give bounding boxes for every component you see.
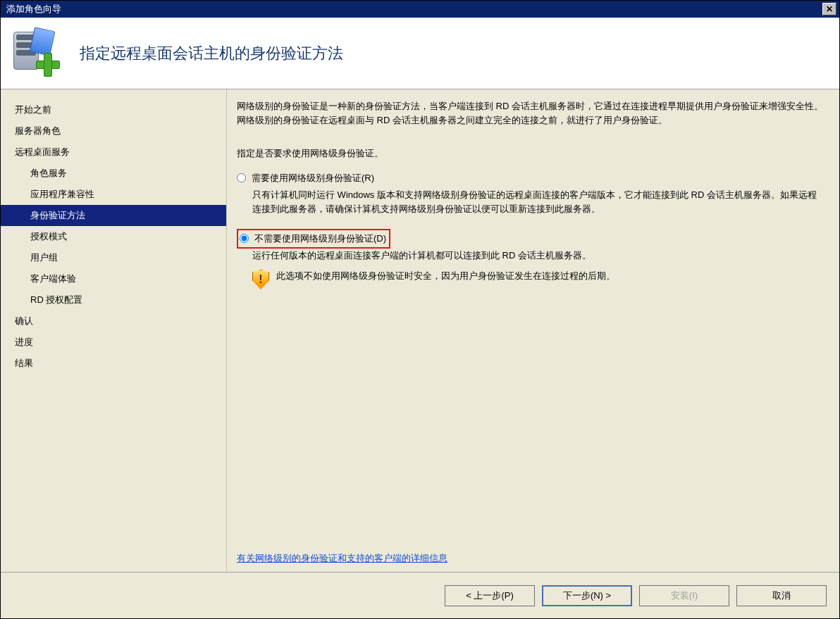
wizard-icon (13, 29, 63, 78)
nav-results[interactable]: 结果 (1, 353, 226, 374)
radio-require-nla[interactable] (237, 173, 246, 182)
radio-require-nla-row: 需要使用网络级别身份验证(R) (237, 171, 825, 185)
prompt-text: 指定是否要求使用网络级身份验证。 (237, 147, 825, 160)
body: 开始之前 服务器角色 远程桌面服务 角色服务 应用程序兼容性 身份验证方法 授权… (1, 89, 839, 572)
nav-auth-method[interactable]: 身份验证方法 (1, 205, 226, 226)
warning-text: 此选项不如使用网络级身份验证时安全，因为用户身份验证发生在连接过程的后期。 (276, 270, 615, 282)
install-button[interactable]: 安装(I) (639, 585, 729, 606)
cancel-button[interactable]: 取消 (736, 585, 827, 606)
sidebar: 开始之前 服务器角色 远程桌面服务 角色服务 应用程序兼容性 身份验证方法 授权… (1, 89, 226, 572)
nav-progress[interactable]: 进度 (1, 332, 226, 353)
header: 指定远程桌面会话主机的身份验证方法 (1, 18, 839, 89)
radio-require-nla-label: 需要使用网络级别身份验证(R) (252, 171, 374, 185)
description-text: 网络级别的身份验证是一种新的身份验证方法，当客户端连接到 RD 会话主机服务器时… (237, 99, 825, 127)
warning-row: ! 此选项不如使用网络级身份验证时安全，因为用户身份验证发生在连接过程的后期。 (252, 270, 825, 289)
shield-warning-icon: ! (252, 270, 269, 289)
page-title: 指定远程桌面会话主机的身份验证方法 (80, 43, 343, 64)
wizard-window: 添加角色向导 ✕ 指定远程桌面会话主机的身份验证方法 开始之前 服务器角色 远程… (0, 0, 840, 619)
close-button[interactable]: ✕ (822, 3, 836, 15)
nav-server-roles[interactable]: 服务器角色 (1, 120, 226, 142)
nav-licensing-mode[interactable]: 授权模式 (1, 226, 226, 247)
radio-no-nla[interactable] (240, 234, 249, 243)
nav-confirmation[interactable]: 确认 (1, 311, 226, 332)
next-button[interactable]: 下一步(N) > (542, 585, 632, 606)
more-info-link[interactable]: 有关网络级别的身份验证和支持的客户端的详细信息 (237, 552, 825, 565)
nav-app-compatibility[interactable]: 应用程序兼容性 (1, 184, 226, 205)
nav-before-you-begin[interactable]: 开始之前 (1, 99, 226, 120)
nav-user-groups[interactable]: 用户组 (1, 247, 226, 268)
radio-require-nla-help: 只有计算机同时运行 Windows 版本和支持网络级别身份验证的远程桌面连接的客… (252, 188, 825, 216)
previous-button[interactable]: < 上一步(P) (445, 585, 535, 606)
footer: < 上一步(P) 下一步(N) > 安装(I) 取消 (1, 572, 839, 618)
highlighted-option: 不需要使用网络级别身份验证(D) (237, 229, 390, 249)
radio-no-nla-help: 运行任何版本的远程桌面连接客户端的计算机都可以连接到此 RD 会话主机服务器。 (252, 249, 825, 263)
nav-role-services[interactable]: 角色服务 (1, 163, 226, 184)
nav-remote-desktop-services[interactable]: 远程桌面服务 (1, 142, 226, 163)
nav-rd-licensing-config[interactable]: RD 授权配置 (1, 289, 226, 311)
content-panel: 网络级别的身份验证是一种新的身份验证方法，当客户端连接到 RD 会话主机服务器时… (226, 89, 839, 572)
nav-client-experience[interactable]: 客户端体验 (1, 268, 226, 289)
window-title: 添加角色向导 (6, 3, 822, 15)
titlebar: 添加角色向导 ✕ (1, 1, 839, 18)
radio-no-nla-label: 不需要使用网络级别身份验证(D) (254, 232, 386, 246)
